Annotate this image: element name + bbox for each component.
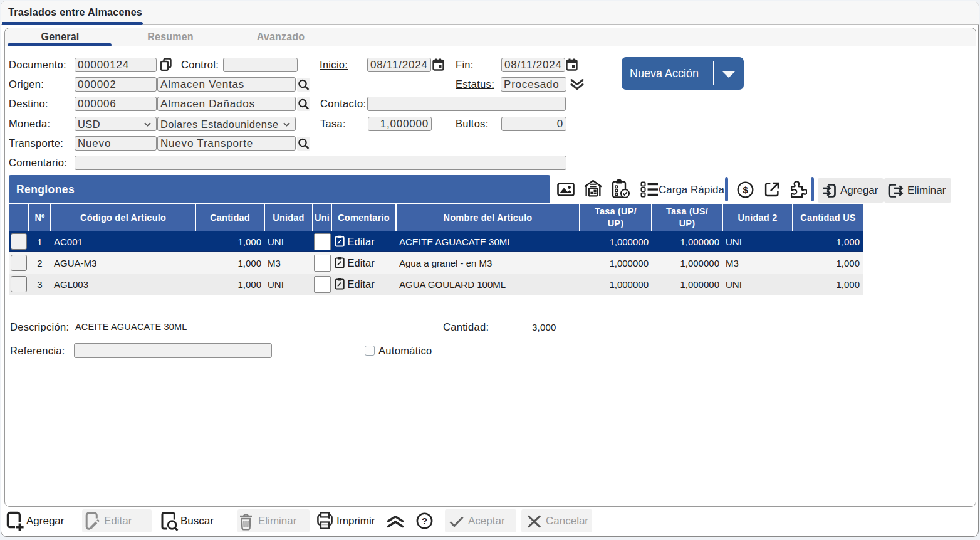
- svg-text:$: $: [743, 184, 748, 195]
- svg-text:?: ?: [422, 516, 427, 526]
